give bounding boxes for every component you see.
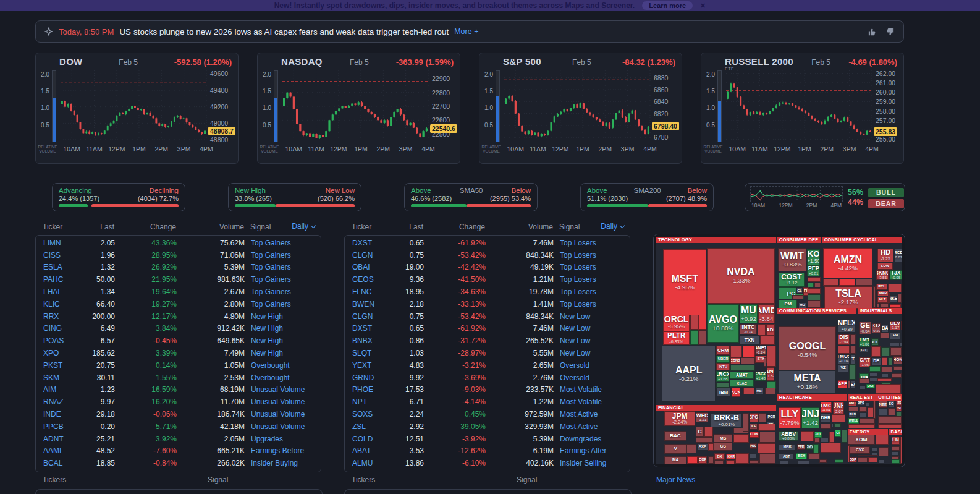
heatmap-tile-amzn[interactable]: AMZN-4.42% — [823, 248, 872, 278]
heatmap-tile-jpm[interactable]: JPM-2.24% — [664, 411, 695, 426]
heatmap-tile-gs[interactable]: GS — [714, 443, 732, 451]
heatmap-tile-ms[interactable]: MS — [714, 434, 732, 442]
ticker-cell[interactable]: GRND — [352, 373, 389, 382]
signal-cell[interactable]: Earnings Before — [245, 446, 321, 455]
heatmap-tile-anet[interactable]: ANET-1.24 — [755, 346, 766, 355]
ticker-cell[interactable]: CING — [43, 324, 80, 333]
heatmap-tile-well[interactable]: WELL — [848, 418, 858, 423]
table-row[interactable]: PAHC50.0021.95%981.63KTop Gainers — [36, 273, 321, 286]
heatmap-tile-ir[interactable] — [900, 342, 902, 346]
learn-more-button[interactable]: Learn more — [642, 1, 693, 10]
signal-cell[interactable]: Top Gainers — [245, 287, 321, 296]
heatmap-tile-pep[interactable]: PEP+0.81 — [807, 265, 820, 276]
heatmap-tile-meta[interactable]: META+0.18% — [779, 370, 836, 394]
ticker-cell[interactable]: ZSL — [352, 422, 389, 431]
table-row[interactable]: BCAL18.85-0.84%266.02KInsider Buying — [36, 457, 321, 469]
table-row[interactable]: COLD12.51-3.92%5.39MDowngrades — [345, 433, 630, 445]
heatmap-tile-cvs[interactable] — [834, 423, 841, 427]
table-row[interactable]: INDE29.18-0.06%186.74KUnusual Volume — [36, 408, 321, 420]
ticker-cell[interactable]: AIM — [43, 385, 80, 394]
ticker-cell[interactable]: BNBX — [352, 336, 389, 345]
table-row[interactable]: YEXT4.83-3.21%2.65MOversold — [345, 359, 630, 372]
heatmap-tile-pnc[interactable]: PNC — [750, 443, 757, 448]
table-row[interactable]: OBAI19.00-42.42%49.19KTop Losers — [345, 262, 630, 274]
ticker-cell[interactable]: SOXS — [352, 410, 389, 419]
heatmap-tile-hd[interactable]: HD-1.25 — [877, 249, 893, 262]
heatmap-tile-unh[interactable]: UNH-2.67 — [833, 402, 844, 415]
heatmap-tile-crh[interactable] — [892, 451, 899, 456]
ticker-cell[interactable]: ADNT — [43, 435, 80, 443]
heatmap-tile-spgi[interactable]: SPGI — [750, 413, 759, 422]
heatmap-tile-ci[interactable]: CI — [835, 430, 841, 436]
bear-button[interactable]: BEAR — [868, 199, 904, 208]
thumbs-down-icon[interactable] — [885, 27, 895, 36]
ticker-cell[interactable]: FLNC — [352, 287, 389, 296]
heatmap-tile-amt[interactable]: AMT — [848, 401, 856, 406]
ticker-cell[interactable]: XPO — [43, 349, 80, 357]
heatmap-tile-ibm[interactable]: IBM — [716, 388, 731, 397]
heatmap-tile-ceg[interactable]: CEG — [896, 401, 902, 406]
signal-cell[interactable]: Most Active — [554, 422, 630, 431]
signal-cell[interactable]: Top Losers — [554, 300, 630, 309]
table-row[interactable]: LIMN2.0543.36%75.62MTop Gainers — [36, 237, 321, 249]
heatmap-tile-txn[interactable]: TXN — [740, 335, 759, 345]
heatmap-tile-shw[interactable] — [892, 446, 900, 451]
table-row[interactable]: SOXS2.240.45%972.59MMost Active — [345, 408, 630, 420]
signal-cell[interactable]: Oversold — [554, 373, 630, 382]
heatmap-tile-aph[interactable]: APH-1.82 — [767, 367, 775, 381]
heatmap-tile-hlt[interactable]: HLT — [877, 297, 888, 303]
heatmap-tile-kkr[interactable]: KKR — [726, 454, 736, 459]
table-row[interactable]: XPO185.623.39%7.49MNew High — [36, 347, 321, 359]
table-row[interactable]: CING6.493.84%912.42KNew High — [36, 323, 321, 335]
signal-cell[interactable]: Insider Buying — [245, 459, 321, 467]
table-row[interactable]: ALMU13.86-6.10%402.16KInsider Selling — [345, 457, 630, 469]
signal-cell[interactable]: Top Gainers — [245, 251, 321, 260]
ticker-cell[interactable]: OBAI — [352, 263, 389, 271]
heatmap-tile-pltr[interactable]: PLTR-6.83% — [663, 331, 690, 345]
heatmap-tile-wfc[interactable]: WFC-1.21 — [696, 412, 708, 422]
ticker-cell[interactable]: KLIC — [43, 300, 80, 309]
heatmap-tile-pld[interactable]: PLD — [848, 412, 857, 417]
heatmap-tile-coin[interactable]: COIN — [750, 432, 759, 437]
heatmap-tile-t[interactable]: T — [850, 354, 856, 364]
heatmap-tile-klac[interactable]: KLAC — [730, 380, 754, 387]
signal-cell[interactable]: Overbought — [245, 373, 321, 382]
table-row[interactable]: RRX200.0012.17%4.80MNew High — [36, 310, 321, 323]
heatmap-tile-msft[interactable]: MSFT-4.95% — [663, 249, 706, 316]
heatmap-tile-slb[interactable] — [878, 459, 884, 463]
heatmap-tile-cl[interactable]: CL — [796, 287, 803, 294]
signal-cell[interactable]: Earnings After — [554, 446, 630, 455]
heatmap-tile-cop[interactable]: COP — [848, 457, 857, 462]
signal-cell[interactable]: New Low — [554, 312, 630, 321]
heatmap-tile-nem[interactable] — [892, 459, 900, 464]
table-row[interactable]: AAMI48.52-7.60%665.21KEarnings Before — [36, 445, 321, 458]
ticker-cell[interactable]: PPCB — [43, 422, 80, 431]
signal-cell[interactable]: Downgrades — [554, 435, 630, 443]
ticker-cell[interactable]: RRX — [43, 312, 80, 321]
heatmap-tile-tt[interactable] — [859, 385, 866, 390]
heatmap-tile-brk-b[interactable]: BRK-B+0.01% — [711, 413, 742, 428]
ticker-cell[interactable]: PKST — [43, 361, 80, 370]
signal-cell[interactable]: Top Losers — [554, 275, 630, 284]
heatmap-tile-rcl[interactable]: RCL — [876, 284, 887, 290]
heatmap-tile-vst[interactable]: VST — [896, 406, 902, 411]
heatmap-tile-ba[interactable]: BA — [881, 324, 889, 333]
table-row[interactable]: PHOE17.53-9.03%233.57KMost Volatile — [345, 384, 630, 396]
table-row[interactable]: BNBX0.86-31.72%265.52KNew Low — [345, 334, 630, 347]
table-row[interactable]: CISS1.9628.95%71.06MTop Gainers — [36, 249, 321, 262]
heatmap-tile-de[interactable]: DE — [871, 357, 881, 365]
heatmap-tile-ge[interactable]: GE-0.64 — [859, 322, 871, 334]
heatmap-tile-lrcx[interactable]: LRCX+1.68 — [716, 371, 729, 382]
heatmap-tile-a[interactable] — [832, 423, 834, 427]
heatmap-tile-csco[interactable]: CSCO+1.48 — [755, 372, 766, 381]
table-row[interactable]: NPT6.71-4.14%1.22MMost Volatile — [345, 396, 630, 408]
ticker-cell[interactable]: PAHC — [43, 275, 80, 284]
heatmap-tile-mu[interactable]: MU+0.92 — [740, 304, 758, 324]
heatmap-tile-mmm[interactable] — [893, 366, 902, 370]
heatmap-tile-bmy[interactable]: BMY — [806, 444, 813, 450]
ticker-cell[interactable]: SLQT — [352, 349, 389, 357]
major-news-link[interactable]: Major News — [656, 475, 695, 484]
ticker-cell[interactable]: COLD — [352, 435, 389, 443]
table-row[interactable]: ESLA1.3226.92%5.39MTop Gainers — [36, 262, 321, 274]
table-row[interactable]: ADNT25.213.92%2.05MUpgrades — [36, 433, 321, 445]
